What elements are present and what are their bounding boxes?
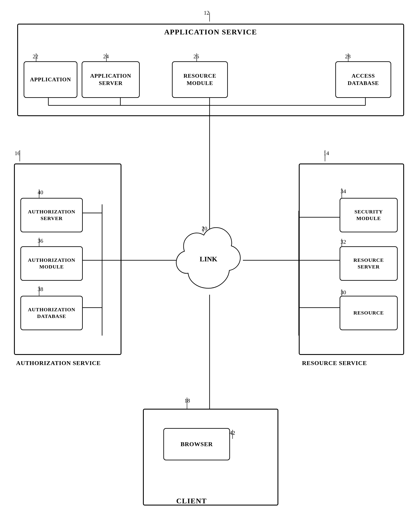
access-database-label: ACCESS DATABASE — [348, 72, 379, 87]
ref-34: 34 — [340, 188, 346, 195]
resource-module-label: RESOURCE MODULE — [184, 72, 216, 87]
ref-32: 32 — [340, 239, 346, 245]
link-cloud: LINK — [168, 226, 249, 299]
authorization-service-label: AUTHORIZATION SERVICE — [16, 360, 101, 367]
authorization-module-box: AUTHORIZATION MODULE — [20, 246, 83, 281]
ref-14: 14 — [323, 150, 329, 157]
ref-26: 26 — [194, 53, 199, 60]
application-box: APPLICATION — [24, 61, 77, 98]
ref-36: 36 — [38, 238, 43, 244]
ref-16: 16 — [15, 150, 20, 157]
authorization-database-label: AUTHORIZATION DATABASE — [28, 306, 75, 320]
security-module-label: SECURITY MODULE — [354, 208, 383, 222]
resource-server-label: RESOURCE SERVER — [353, 257, 384, 270]
authorization-server-label: AUTHORIZATION SERVER — [28, 208, 75, 222]
authorization-server-box: AUTHORIZATION SERVER — [20, 198, 83, 232]
application-server-box: APPLICATION SERVER — [82, 61, 140, 98]
ref-20: 20 — [202, 225, 207, 232]
resource-box: RESOURCE — [340, 296, 398, 330]
ref-30: 30 — [340, 289, 346, 296]
ref-18: 18 — [184, 398, 190, 404]
cloud-svg: LINK — [168, 226, 249, 299]
client-label: CLIENT — [176, 497, 207, 505]
access-database-box: ACCESS DATABASE — [335, 61, 391, 98]
ref-38: 38 — [38, 286, 43, 292]
ref-22: 22 — [33, 53, 38, 60]
authorization-module-label: AUTHORIZATION MODULE — [28, 257, 75, 270]
application-server-label: APPLICATION SERVER — [90, 72, 131, 87]
ref-12: 12 — [204, 10, 209, 16]
authorization-database-box: AUTHORIZATION DATABASE — [20, 296, 83, 330]
ref-28: 28 — [345, 53, 351, 60]
security-module-box: SECURITY MODULE — [340, 198, 398, 232]
svg-text:LINK: LINK — [200, 255, 217, 263]
resource-module-box: RESOURCE MODULE — [172, 61, 228, 98]
resource-service-label: RESOURCE SERVICE — [302, 360, 367, 367]
ref-42: 42 — [230, 430, 235, 436]
browser-box: BROWSER — [163, 428, 230, 460]
application-service-label: APPLICATION SERVICE — [122, 28, 299, 36]
ref-40: 40 — [38, 189, 43, 196]
resource-server-box: RESOURCE SERVER — [340, 246, 398, 281]
ref-24: 24 — [103, 53, 109, 60]
diagram: APPLICATION SERVICE 12 APPLICATION 22 AP… — [0, 0, 420, 521]
